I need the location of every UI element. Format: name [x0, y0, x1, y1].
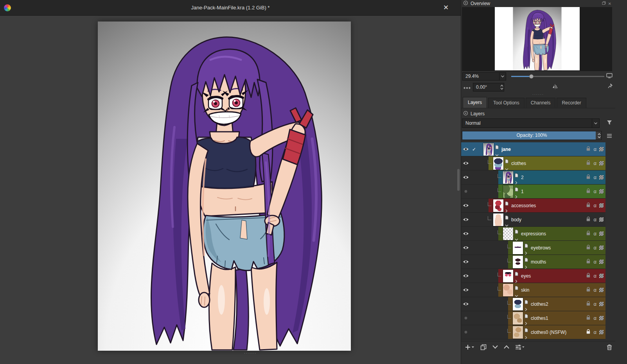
tab-tool-options[interactable]: Tool Options	[488, 98, 525, 108]
layer-thumbnail[interactable]	[493, 157, 503, 170]
layer-thumbnail[interactable]	[513, 312, 523, 325]
layer-thumbnail[interactable]	[513, 298, 523, 310]
layer-row-jane[interactable]: ✓janeα	[461, 142, 605, 156]
visibility-eye-icon[interactable]	[461, 160, 471, 167]
visibility-hidden-icon[interactable]	[461, 329, 471, 336]
tab-channels[interactable]: Channels	[526, 98, 556, 108]
layer-row-skin[interactable]: skinα	[461, 283, 605, 297]
inherit-alpha-icon[interactable]	[599, 189, 604, 194]
layer-thumbnail[interactable]	[503, 185, 513, 198]
spinner-arrows-icon[interactable]	[500, 84, 503, 93]
duplicate-layer-button[interactable]	[480, 344, 487, 350]
layer-thumbnail[interactable]	[503, 228, 513, 240]
layer-thumbnail[interactable]	[503, 284, 513, 296]
layer-thumbnail[interactable]	[503, 171, 513, 184]
canvas-bottom-handle[interactable]: ······	[235, 351, 266, 355]
inherit-alpha-icon[interactable]	[599, 260, 604, 264]
docker-lock-icon[interactable]	[463, 111, 468, 117]
docker-lock-icon[interactable]	[463, 0, 468, 7]
filter-funnel-icon[interactable]	[607, 120, 612, 127]
float-docker-icon[interactable]	[602, 1, 606, 6]
move-layer-up-button[interactable]	[504, 345, 509, 349]
visibility-eye-icon[interactable]	[461, 202, 471, 209]
layer-row-clothes2[interactable]: clothes2α	[461, 297, 605, 311]
layer-row-expressions[interactable]: expressionsα	[461, 227, 605, 241]
visibility-hidden-icon[interactable]	[461, 188, 471, 195]
alpha-icon[interactable]: α	[593, 231, 596, 236]
visibility-eye-icon[interactable]	[461, 174, 471, 181]
tab-recorder[interactable]: Recorder	[557, 98, 586, 108]
lock-icon[interactable]	[586, 216, 591, 223]
blend-mode-combobox[interactable]: Normal	[462, 118, 600, 128]
layer-row-1[interactable]: 1α	[461, 185, 605, 199]
visibility-eye-icon[interactable]	[461, 146, 471, 153]
layer-thumbnail[interactable]	[513, 326, 523, 339]
lock-icon[interactable]	[586, 202, 591, 209]
alpha-icon[interactable]: α	[593, 245, 596, 250]
inherit-alpha-icon[interactable]	[599, 246, 604, 250]
rotation-reset-icon[interactable]	[464, 85, 471, 92]
mirror-view-icon[interactable]	[552, 84, 558, 91]
layer-row-accessories[interactable]: accessoriesα	[461, 199, 605, 213]
layer-thumbnail[interactable]	[513, 256, 523, 268]
lock-icon[interactable]	[586, 160, 591, 167]
inherit-alpha-icon[interactable]	[599, 274, 604, 278]
lock-icon[interactable]	[586, 230, 591, 237]
layer-thumbnail[interactable]	[483, 143, 494, 156]
visibility-hidden-icon[interactable]	[461, 315, 471, 322]
alpha-icon[interactable]: α	[593, 330, 596, 335]
alpha-icon[interactable]: α	[593, 259, 596, 264]
inherit-alpha-icon[interactable]	[599, 217, 604, 222]
canvas-pane[interactable]: Jane-Pack-MainFile.kra (1.2 GiB) * ✕ ···…	[0, 0, 461, 364]
zoom-slider[interactable]	[511, 76, 604, 77]
layer-thumbnail[interactable]	[493, 213, 503, 226]
layer-properties-button[interactable]	[515, 344, 525, 350]
move-layer-down-button[interactable]	[492, 345, 498, 349]
lock-icon[interactable]	[586, 146, 591, 153]
lock-icon[interactable]	[586, 273, 591, 280]
overview-canvas[interactable]	[462, 7, 612, 71]
lock-icon[interactable]	[586, 258, 591, 265]
rotation-spinbox[interactable]: 0.00°	[473, 83, 504, 91]
inherit-alpha-icon[interactable]	[599, 161, 604, 165]
visibility-eye-icon[interactable]	[461, 216, 471, 223]
layer-row-clothes1[interactable]: clothes1α	[461, 311, 605, 325]
delete-layer-button[interactable]	[607, 344, 612, 350]
layer-thumbnail[interactable]	[513, 242, 523, 254]
inherit-alpha-icon[interactable]	[599, 330, 604, 334]
zoom-slider-handle[interactable]	[529, 74, 534, 79]
layer-row-2[interactable]: 2α	[461, 170, 605, 185]
close-icon[interactable]: ✕	[441, 4, 451, 12]
docker-menu-icon[interactable]	[607, 133, 612, 140]
visibility-eye-icon[interactable]	[461, 258, 471, 265]
lock-icon[interactable]	[586, 287, 591, 294]
visibility-eye-icon[interactable]	[461, 230, 471, 237]
pin-icon[interactable]	[607, 83, 613, 90]
layer-row-eyes[interactable]: eyesα	[461, 269, 605, 283]
layer-row-body[interactable]: bodyα	[461, 213, 605, 227]
opacity-slider[interactable]: Opacity: 100%	[462, 131, 602, 140]
lock-icon[interactable]	[586, 174, 591, 181]
alpha-icon[interactable]: α	[593, 203, 596, 208]
close-docker-icon[interactable]: ✕	[608, 2, 611, 6]
inherit-alpha-icon[interactable]	[599, 302, 604, 306]
visibility-eye-icon[interactable]	[461, 301, 471, 308]
layer-thumbnail[interactable]	[493, 199, 503, 212]
visibility-eye-icon[interactable]	[461, 273, 471, 280]
lock-icon[interactable]	[586, 244, 591, 251]
alpha-icon[interactable]: α	[593, 287, 596, 292]
lock-icon[interactable]	[586, 329, 591, 336]
lock-icon[interactable]	[586, 188, 591, 195]
inherit-alpha-icon[interactable]	[599, 147, 604, 151]
inherit-alpha-icon[interactable]	[599, 175, 604, 179]
layer-row-mouths[interactable]: mouthsα	[461, 255, 605, 269]
layer-row-eyebrows[interactable]: eyebrowsα	[461, 241, 605, 255]
chevron-right-icon[interactable]	[525, 334, 527, 340]
layer-thumbnail[interactable]	[503, 270, 513, 282]
tab-layers[interactable]: Layers	[463, 97, 487, 108]
alpha-icon[interactable]: α	[593, 189, 596, 194]
lock-icon[interactable]	[586, 315, 591, 322]
alpha-icon[interactable]: α	[593, 161, 596, 166]
inherit-alpha-icon[interactable]	[599, 288, 604, 292]
alpha-icon[interactable]: α	[593, 273, 596, 278]
